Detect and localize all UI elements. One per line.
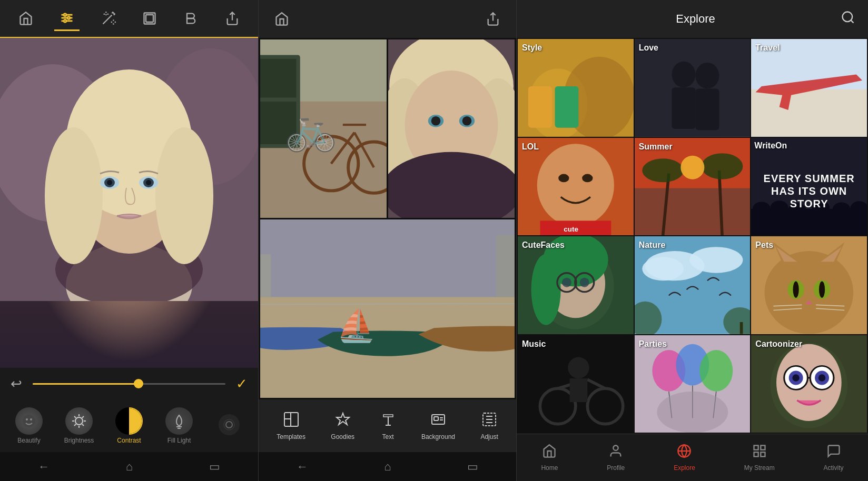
category-style[interactable]: Style — [518, 39, 634, 137]
category-music[interactable]: Music — [518, 335, 634, 433]
profile-nav-label: Profile — [607, 464, 625, 472]
back-icon-mid[interactable]: ← — [297, 460, 308, 474]
svg-point-38 — [30, 418, 32, 420]
softglow-icon — [219, 414, 240, 435]
slider-thumb[interactable] — [134, 379, 143, 388]
svg-point-137 — [531, 254, 561, 325]
svg-marker-87 — [337, 413, 349, 425]
category-love[interactable]: Love — [635, 39, 751, 137]
svg-point-187 — [793, 374, 800, 381]
nav-activity[interactable]: Activity — [815, 439, 852, 476]
explore-search-button[interactable] — [841, 10, 855, 28]
slider-fill — [33, 383, 139, 385]
middle-panel: Templates Goodies Text — [258, 0, 516, 481]
svg-point-37 — [26, 418, 28, 420]
explore-nav-icon — [677, 444, 692, 462]
svg-point-151 — [765, 251, 854, 334]
beautify-label: Beautify — [17, 437, 40, 444]
brightness-tool[interactable]: Brightness — [55, 403, 103, 448]
adjust-icon — [481, 412, 497, 431]
templates-tab[interactable]: Templates — [277, 412, 305, 440]
svg-rect-103 — [528, 86, 552, 128]
svg-point-158 — [793, 281, 799, 297]
undo-button[interactable]: ↩ — [11, 376, 22, 392]
category-cartoonizer[interactable]: Cartoonizer — [751, 335, 867, 433]
back-icon-left[interactable]: ← — [38, 460, 50, 474]
svg-point-106 — [672, 62, 695, 87]
svg-point-98 — [843, 12, 853, 22]
background-label: Background — [421, 433, 455, 440]
home-icon-mid[interactable] — [269, 6, 294, 32]
share-icon-left[interactable] — [220, 6, 245, 31]
mystream-nav-icon — [752, 444, 767, 462]
magic-wand-icon[interactable] — [96, 6, 121, 31]
middle-top-toolbar — [259, 0, 516, 38]
tools-row: Beautify Brightness — [0, 399, 258, 452]
svg-rect-19 — [146, 15, 153, 22]
category-nature[interactable]: Nature — [635, 236, 751, 334]
summer-label: Summer — [639, 142, 673, 152]
svg-rect-82 — [260, 254, 271, 297]
beautify-tool[interactable]: Beautify — [5, 403, 53, 448]
svg-point-170 — [568, 357, 589, 378]
recents-icon-mid[interactable]: ▭ — [467, 460, 478, 474]
svg-point-29 — [155, 127, 213, 264]
svg-rect-196 — [761, 446, 765, 450]
category-cutefaces[interactable]: CuteFaces — [518, 236, 634, 334]
goodies-tab[interactable]: Goodies — [331, 412, 354, 440]
svg-text:cute: cute — [564, 225, 578, 233]
category-summer[interactable]: Summer — [635, 138, 751, 236]
explore-header: Explore — [517, 0, 868, 38]
home-nav-icon-mid[interactable]: ⌂ — [384, 460, 391, 474]
nav-explore[interactable]: Explore — [665, 439, 704, 476]
nav-mystream[interactable]: My Stream — [736, 439, 783, 476]
right-bottom-nav: Home Profile Explore — [517, 434, 868, 481]
home-icon[interactable] — [13, 6, 38, 31]
home-nav-icon — [542, 444, 557, 462]
text-label: Text — [382, 433, 393, 440]
writeon-overlay-text: EVERY SUMMER HAS ITS OWN STORY — [754, 151, 864, 233]
svg-point-35 — [146, 180, 151, 185]
middle-nav-bar: ← ⌂ ▭ — [259, 452, 516, 481]
svg-rect-119 — [635, 188, 751, 235]
nav-profile[interactable]: Profile — [598, 439, 633, 476]
softglow-tool[interactable] — [205, 410, 253, 442]
svg-point-74 — [431, 116, 441, 126]
grid-top-row — [260, 39, 515, 218]
nav-home[interactable]: Home — [532, 439, 566, 476]
svg-rect-198 — [761, 452, 765, 456]
svg-point-142 — [580, 278, 589, 287]
category-pets[interactable]: Pets — [751, 236, 867, 334]
goodies-icon — [335, 412, 351, 431]
templates-icon — [283, 412, 299, 431]
svg-point-113 — [537, 144, 614, 226]
text-tab[interactable]: Text — [380, 412, 396, 440]
parties-label: Parties — [639, 339, 667, 349]
contrast-tool[interactable]: Contrast — [105, 403, 153, 448]
filllight-tool[interactable]: Fill Light — [155, 403, 203, 448]
bold-b-icon[interactable] — [178, 6, 203, 31]
adjust-tab[interactable]: Adjust — [480, 412, 498, 440]
confirm-button[interactable]: ✓ — [236, 376, 248, 392]
background-tab[interactable]: Background — [421, 412, 455, 440]
category-writeon[interactable]: WriteOn EVERY SUMMER HAS ITS OWN STORY — [751, 138, 867, 236]
home-nav-icon-left[interactable]: ⌂ — [126, 460, 133, 474]
category-parties[interactable]: Parties — [635, 335, 751, 433]
svg-rect-171 — [570, 378, 588, 402]
beautify-icon — [15, 407, 43, 435]
svg-point-2 — [64, 19, 67, 22]
explore-grid: Style Love — [517, 38, 868, 434]
category-lol[interactable]: cute LOL — [518, 138, 634, 236]
recents-icon-left[interactable]: ▭ — [209, 460, 220, 474]
category-travel[interactable]: Travel — [751, 39, 867, 137]
left-top-toolbar — [0, 0, 258, 38]
svg-line-45 — [82, 424, 84, 426]
frame-icon[interactable] — [137, 6, 162, 31]
writeon-label: WriteOn — [754, 141, 864, 151]
sliders-icon[interactable] — [54, 6, 80, 31]
svg-rect-104 — [555, 86, 578, 128]
svg-point-145 — [642, 257, 684, 280]
music-label: Music — [522, 339, 546, 349]
share-icon-mid[interactable] — [480, 6, 506, 32]
brightness-slider[interactable] — [33, 378, 225, 389]
